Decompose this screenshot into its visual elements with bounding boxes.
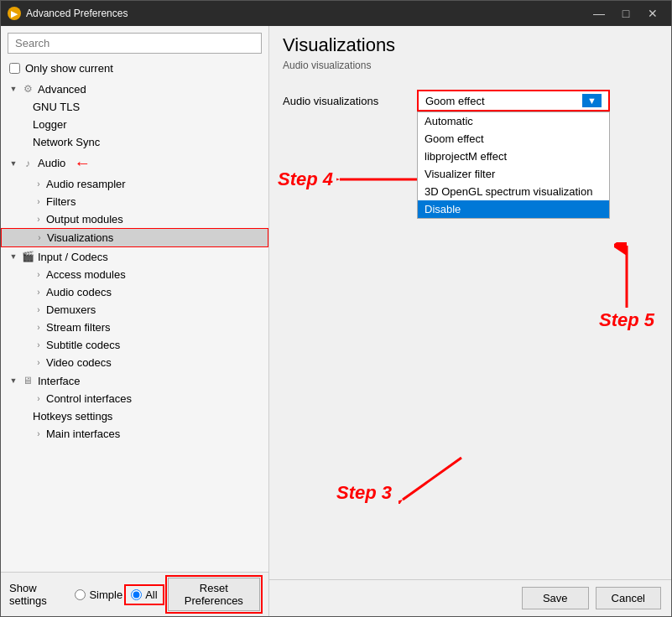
arrow-advanced: ▼: [8, 83, 19, 95]
label-output-modules: Output modules: [46, 213, 123, 226]
dropdown-list: Automatic Goom effect libprojectM effect…: [417, 111, 610, 219]
audio-visualizations-row: Audio visualizations Goom effect ▼ Autom…: [283, 90, 658, 111]
dropdown-selected[interactable]: Goom effect ▼: [417, 90, 610, 111]
tree-item-advanced[interactable]: ▼ ⚙ Advanced: [1, 80, 268, 98]
tree-item-audio-codecs[interactable]: › Audio codecs: [1, 283, 268, 301]
tree-container: ▼ ⚙ Advanced GNU TLS Logger Network Sync: [1, 80, 268, 572]
dropdown-item-automatic[interactable]: Automatic: [418, 112, 609, 130]
radio-all-text: All: [145, 588, 157, 601]
label-control-interfaces: Control interfaces: [46, 392, 132, 405]
step4-annotation: Step 4: [278, 167, 420, 192]
tree-item-access-modules[interactable]: › Access modules: [1, 266, 268, 283]
arrow-output-modules: ›: [33, 214, 44, 226]
label-visualizations: Visualizations: [47, 231, 113, 244]
tree-item-output-modules[interactable]: › Output modules: [1, 210, 268, 228]
only-show-current-row: Only show current: [1, 60, 268, 80]
radio-simple-label: Simple: [75, 588, 122, 601]
svg-line-5: [403, 458, 461, 500]
left-panel: Only show current ▼ ⚙ Advanced GNU TLS L…: [1, 26, 269, 616]
arrow-filters: ›: [33, 196, 44, 208]
audio-red-arrow: ←: [74, 153, 91, 173]
arrow-audio-codecs: ›: [33, 287, 44, 298]
arrow-input-codecs: ▼: [8, 251, 19, 262]
tree-item-visualizations[interactable]: › Visualizations: [1, 228, 268, 247]
only-show-current-checkbox[interactable]: [9, 63, 20, 74]
arrow-demuxers: ›: [33, 304, 44, 316]
label-gnu-tls: GNU TLS: [33, 101, 80, 113]
tree-item-logger[interactable]: Logger: [1, 116, 268, 133]
tree-item-stream-filters[interactable]: › Stream filters: [1, 319, 268, 336]
tree-item-audio-resampler[interactable]: › Audio resampler: [1, 175, 268, 193]
search-input[interactable]: [8, 33, 262, 54]
dropdown-item-libprojectm[interactable]: libprojectM effect: [418, 148, 609, 165]
label-audio-codecs: Audio codecs: [46, 286, 112, 298]
arrow-main-interfaces: ›: [33, 428, 44, 440]
label-interface: Interface: [38, 375, 81, 387]
label-hotkeys-settings: Hotkeys settings: [33, 410, 112, 423]
title-bar: ▶ Advanced Preferences — □ ✕: [1, 1, 671, 26]
label-network-sync: Network Sync: [33, 136, 100, 148]
arrow-visualizations: ›: [34, 232, 45, 244]
tree-item-input-codecs[interactable]: ▼ 🎬 Input / Codecs: [1, 247, 268, 266]
step5-arrow-svg: [614, 242, 639, 309]
dropdown-item-disable[interactable]: Disable: [418, 200, 609, 218]
tree-item-video-codecs[interactable]: › Video codecs: [1, 354, 268, 371]
maximize-button[interactable]: □: [614, 4, 638, 23]
right-panel: Visualizations Audio visualizations Audi…: [269, 26, 671, 616]
arrow-subtitle-codecs: ›: [33, 340, 44, 351]
tree-item-audio[interactable]: ▼ ♪ Audio ←: [1, 151, 268, 175]
dropdown-item-goom[interactable]: Goom effect: [418, 130, 609, 148]
radio-all[interactable]: [131, 589, 142, 600]
label-main-interfaces: Main interfaces: [46, 428, 120, 440]
save-button[interactable]: Save: [522, 587, 589, 609]
icon-audio: ♪: [21, 157, 34, 170]
step4-label: Step 4: [278, 169, 333, 190]
tree-item-hotkeys-settings[interactable]: Hotkeys settings: [1, 407, 268, 425]
show-settings-label: Show settings: [9, 582, 65, 607]
right-panel-header: Visualizations Audio visualizations: [269, 26, 671, 75]
tree-item-filters[interactable]: › Filters: [1, 193, 268, 210]
label-stream-filters: Stream filters: [46, 321, 111, 334]
radio-group: Simple All: [75, 588, 160, 602]
label-access-modules: Access modules: [46, 268, 126, 281]
cancel-button[interactable]: Cancel: [596, 587, 661, 609]
radio-simple[interactable]: [75, 589, 86, 600]
page-title: Visualizations: [283, 34, 658, 56]
main-window: ▶ Advanced Preferences — □ ✕ Only show c…: [0, 0, 672, 617]
label-audio-resampler: Audio resampler: [46, 178, 126, 190]
dropdown-arrow-button[interactable]: ▼: [582, 94, 602, 107]
dropdown-item-visualizer[interactable]: Visualizer filter: [418, 165, 609, 183]
window-title: Advanced Preferences: [26, 8, 587, 19]
label-logger: Logger: [33, 118, 66, 131]
label-filters: Filters: [46, 195, 76, 208]
step3-annotation: Step 3: [336, 454, 466, 504]
arrow-stream-filters: ›: [33, 322, 44, 334]
app-icon: ▶: [8, 7, 21, 20]
dropdown-selected-text: Goom effect: [425, 95, 485, 107]
tree-item-network-sync[interactable]: Network Sync: [1, 133, 268, 151]
tree-item-gnu-tls[interactable]: GNU TLS: [1, 98, 268, 116]
page-subtitle: Audio visualizations: [283, 60, 658, 71]
tree-item-control-interfaces[interactable]: › Control interfaces: [1, 390, 268, 407]
tree-item-demuxers[interactable]: › Demuxers: [1, 301, 268, 319]
tree-item-subtitle-codecs[interactable]: › Subtitle codecs: [1, 336, 268, 354]
label-subtitle-codecs: Subtitle codecs: [46, 339, 120, 351]
dropdown-item-3d-opengl[interactable]: 3D OpenGL spectrum visualization: [418, 183, 609, 200]
close-button[interactable]: ✕: [641, 4, 664, 23]
radio-all-label: All: [128, 588, 160, 602]
content-area: Only show current ▼ ⚙ Advanced GNU TLS L…: [1, 26, 671, 616]
arrow-audio-resampler: ›: [33, 179, 44, 190]
step4-arrow-svg: [336, 167, 420, 192]
reset-preferences-button[interactable]: Reset Preferences: [168, 578, 260, 611]
label-video-codecs: Video codecs: [46, 356, 112, 369]
minimize-button[interactable]: —: [587, 4, 611, 23]
window-controls: — □ ✕: [587, 4, 664, 23]
arrow-interface: ▼: [8, 375, 19, 386]
arrow-control-interfaces: ›: [33, 393, 44, 405]
bottom-bar: Save Cancel: [269, 579, 671, 616]
label-audio: Audio: [38, 157, 65, 169]
tree-item-interface[interactable]: ▼ 🖥 Interface: [1, 371, 268, 390]
label-advanced: Advanced: [38, 83, 86, 96]
tree-item-main-interfaces[interactable]: › Main interfaces: [1, 425, 268, 443]
label-demuxers: Demuxers: [46, 303, 96, 316]
